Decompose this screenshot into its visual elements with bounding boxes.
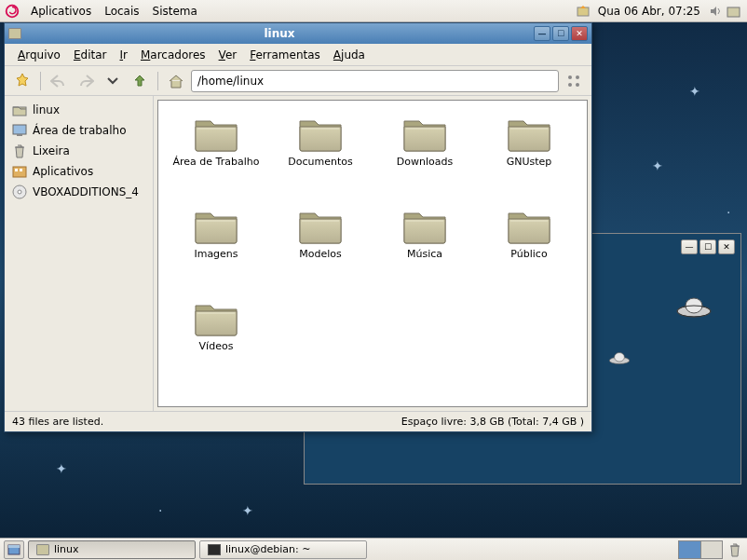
svg-rect-7 xyxy=(727,7,740,17)
menu-arquivo[interactable]: Arquivo xyxy=(12,47,66,63)
ufo-icon-small xyxy=(608,350,631,366)
svg-point-11 xyxy=(576,83,579,87)
menu-ir[interactable]: Ir xyxy=(115,47,133,63)
fm-menubar: ArquivoEditarIrMarcadoresVerFerramentasA… xyxy=(5,44,591,66)
svg-point-10 xyxy=(568,83,572,87)
update-tray-icon[interactable] xyxy=(575,3,591,20)
folder-icon xyxy=(8,28,21,39)
folder-label: Vídeos xyxy=(199,340,234,352)
bg-maximize-button[interactable]: ☐ xyxy=(699,239,716,254)
svg-rect-16 xyxy=(15,169,18,171)
maximize-button[interactable]: ☐ xyxy=(552,26,569,41)
folder-item[interactable]: Vídeos xyxy=(166,296,266,385)
svg-point-9 xyxy=(576,75,579,79)
folder-icon xyxy=(36,544,49,555)
folder-label: Modelos xyxy=(299,248,342,260)
apps-icon xyxy=(12,164,27,179)
sidebar-item-home[interactable]: linux xyxy=(5,100,153,120)
svg-point-4 xyxy=(615,353,625,362)
folder-item[interactable]: Música xyxy=(374,204,475,293)
taskbar-item[interactable]: linux@debian: ~ xyxy=(199,540,367,559)
svg-point-19 xyxy=(18,190,21,194)
menu-ferramentas[interactable]: Ferramentas xyxy=(244,47,326,63)
folder-label: Público xyxy=(510,248,547,260)
menu-ver[interactable]: Ver xyxy=(213,47,243,63)
sidebar-item-disc[interactable]: VBOXADDITIONS_4 xyxy=(5,182,153,202)
menu-marcadores[interactable]: Marcadores xyxy=(135,47,211,63)
svg-rect-17 xyxy=(20,169,22,171)
folder-icon xyxy=(298,116,343,153)
folder-label: Documentos xyxy=(288,156,352,168)
fm-titlebar[interactable]: linux — ☐ ✕ xyxy=(5,23,591,44)
folder-icon xyxy=(194,116,238,153)
panel-menu-aplicativos[interactable]: Aplicativos xyxy=(24,3,98,20)
folder-icon xyxy=(507,208,551,245)
window-title: linux xyxy=(25,27,534,40)
folder-icon xyxy=(507,116,551,153)
taskbar-item[interactable]: linux xyxy=(28,540,196,559)
show-desktop-button[interactable] xyxy=(4,540,24,559)
workspace-2[interactable] xyxy=(701,541,723,558)
desktop-icon xyxy=(12,123,27,138)
svg-rect-6 xyxy=(577,7,589,16)
folder-icon xyxy=(194,300,238,337)
folder-label: Downloads xyxy=(397,156,453,168)
address-bar[interactable]: /home/linux xyxy=(191,70,559,92)
folder-item[interactable]: Downloads xyxy=(374,112,475,200)
home-icon xyxy=(12,102,27,117)
sidebar-item-trash[interactable]: Lixeira xyxy=(5,141,153,161)
top-panel: AplicativosLocaisSistema Qua 06 Abr, 07:… xyxy=(0,0,747,22)
panel-trash-icon[interactable] xyxy=(727,540,743,559)
fm-toolbar: /home/linux xyxy=(5,66,591,96)
close-button[interactable]: ✕ xyxy=(571,26,588,41)
folder-icon xyxy=(298,208,343,245)
address-text: /home/linux xyxy=(197,75,264,88)
trash-icon xyxy=(12,143,27,158)
home-button[interactable] xyxy=(164,69,188,93)
file-manager-window: linux — ☐ ✕ ArquivoEditarIrMarcadoresVer… xyxy=(4,22,592,432)
folder-icon xyxy=(402,116,447,153)
folder-item[interactable]: Documentos xyxy=(270,112,371,200)
workspace-switcher[interactable] xyxy=(678,540,723,559)
history-dropdown-button[interactable] xyxy=(101,69,125,93)
disc-icon xyxy=(12,184,27,199)
folder-icon xyxy=(402,208,447,245)
sidebar-item-apps[interactable]: Aplicativos xyxy=(5,161,153,182)
panel-menu-locais[interactable]: Locais xyxy=(98,3,145,20)
bg-close-button[interactable]: ✕ xyxy=(718,239,735,254)
folder-item[interactable]: Público xyxy=(479,204,579,293)
svg-rect-13 xyxy=(13,125,26,134)
view-options-button[interactable] xyxy=(562,69,586,93)
workspace-1[interactable] xyxy=(679,541,701,558)
back-button[interactable] xyxy=(47,69,71,93)
folder-label: Música xyxy=(407,248,442,260)
folder-label: Área de Trabalho xyxy=(173,156,260,168)
folder-item[interactable]: GNUstep xyxy=(479,112,579,200)
folder-item[interactable]: Área de Trabalho xyxy=(166,112,266,200)
panel-clock[interactable]: Qua 06 Abr, 07:25 xyxy=(592,5,706,18)
up-button[interactable] xyxy=(128,69,152,93)
svg-rect-14 xyxy=(17,134,22,136)
bg-minimize-button[interactable]: — xyxy=(681,239,698,254)
sidebar-item-desktop[interactable]: Área de trabalho xyxy=(5,120,153,141)
terminal-icon xyxy=(208,544,221,555)
folder-item[interactable]: Imagens xyxy=(166,204,266,293)
new-tab-button[interactable] xyxy=(10,69,34,93)
folder-icon xyxy=(194,208,238,245)
ufo-icon xyxy=(675,294,713,321)
fm-sidebar: linuxÁrea de trabalhoLixeiraAplicativosV… xyxy=(5,96,154,411)
panel-menu-sistema[interactable]: Sistema xyxy=(146,3,204,20)
menu-ajuda[interactable]: Ajuda xyxy=(328,47,371,63)
minimize-button[interactable]: — xyxy=(534,26,550,41)
volume-tray-icon[interactable] xyxy=(707,3,724,20)
folder-label: GNUstep xyxy=(507,156,552,168)
files-tray-icon[interactable] xyxy=(726,3,742,20)
fm-content-area[interactable]: Área de TrabalhoDocumentosDownloadsGNUst… xyxy=(157,100,588,407)
folder-item[interactable]: Modelos xyxy=(270,204,371,293)
debian-logo-icon xyxy=(4,3,20,20)
menu-editar[interactable]: Editar xyxy=(68,47,113,63)
svg-rect-15 xyxy=(13,167,26,177)
forward-button[interactable] xyxy=(74,69,98,93)
status-file-count: 43 files are listed. xyxy=(12,416,401,428)
status-free-space: Espaço livre: 3,8 GB (Total: 7,4 GB ) xyxy=(401,416,584,428)
